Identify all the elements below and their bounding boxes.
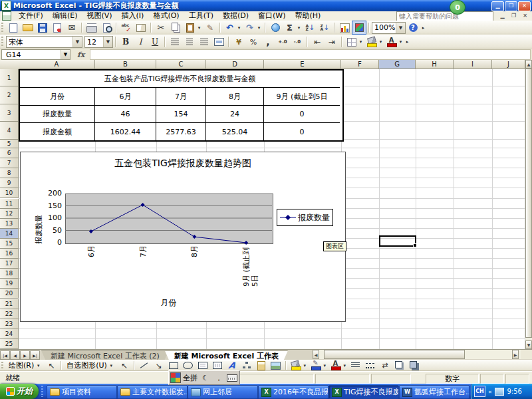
next-sheet-icon[interactable]: ▶	[20, 350, 30, 360]
decrease-decimal-button[interactable]	[290, 35, 305, 49]
last-sheet-icon[interactable]: ▶|	[30, 350, 40, 360]
toolbar-drag-handle[interactable]	[1, 362, 3, 370]
arrow-style-button[interactable]	[378, 358, 392, 372]
format-painter-button[interactable]	[203, 21, 217, 35]
row-header-12[interactable]: 12	[0, 209, 19, 219]
half-moon-icon[interactable]: ☾	[200, 372, 211, 384]
save-button[interactable]	[35, 21, 50, 35]
column-header-E[interactable]: E	[264, 60, 341, 69]
column-header-G[interactable]: G	[379, 60, 416, 69]
horizontal-scroll-thumb[interactable]	[324, 350, 465, 359]
currency-button[interactable]	[231, 35, 246, 49]
toolbar-options-icon[interactable]: ▸	[420, 25, 426, 31]
menu-item-4[interactable]: 格式(O)	[148, 11, 184, 21]
row-header-15[interactable]: 15	[0, 239, 19, 249]
ime-mode[interactable]: 全拼	[182, 372, 198, 384]
select-objects-button[interactable]	[44, 358, 59, 372]
menu-item-6[interactable]: 数据(D)	[218, 11, 253, 21]
font-color-button[interactable]: ▾	[384, 35, 404, 49]
row-header-9[interactable]: 9	[0, 178, 19, 188]
increase-decimal-button[interactable]	[275, 35, 290, 49]
copy-button[interactable]	[168, 21, 183, 35]
bold-button[interactable]	[118, 35, 133, 49]
embedded-chart[interactable]: 五金包装TIG焊接报废数量趋势图 报废数量0501001502006月7月8月9…	[20, 152, 346, 322]
scroll-up-icon[interactable]: ▲	[525, 60, 532, 68]
scroll-left-icon[interactable]: ◀	[313, 350, 319, 359]
redo-button[interactable]: ▾	[243, 21, 263, 35]
help-question-input[interactable]	[396, 11, 493, 21]
punctuation-icon[interactable]: ，	[213, 372, 225, 384]
new-document-button[interactable]	[6, 21, 21, 35]
row-header-10[interactable]: 10	[0, 188, 19, 198]
soft-keyboard-icon[interactable]	[226, 372, 238, 384]
line-color-button[interactable]: ▾	[309, 358, 329, 372]
merge-center-button[interactable]	[211, 35, 226, 49]
row-header-6[interactable]: 6	[0, 148, 19, 158]
name-box[interactable]: G14 ▼	[1, 49, 70, 60]
align-center-button[interactable]	[182, 35, 197, 49]
workbook-minimize-button[interactable]: ▁	[497, 12, 507, 20]
comma-button[interactable]	[261, 35, 275, 49]
zoom-combobox[interactable]: 100%▼	[372, 22, 406, 34]
close-button[interactable]: ✕	[518, 1, 531, 11]
draw-menu-button[interactable]: 绘图(R)▾	[6, 360, 44, 370]
first-sheet-icon[interactable]: |◀	[0, 350, 10, 360]
font-color-button[interactable]: ▾	[329, 358, 348, 372]
increase-indent-button[interactable]	[325, 35, 339, 49]
hide-icons-chevron-icon[interactable]: «	[488, 388, 492, 395]
column-header-F[interactable]: F	[341, 60, 379, 69]
autosum-button[interactable]: ▾	[283, 21, 303, 35]
fill-handle[interactable]	[413, 243, 417, 247]
sort-descending-button[interactable]	[317, 21, 332, 35]
row-header-7[interactable]: 7	[0, 158, 19, 168]
fill-color-button[interactable]: ▾	[289, 358, 309, 372]
line-style-button[interactable]	[348, 358, 363, 372]
sort-ascending-button[interactable]	[303, 21, 317, 35]
align-left-button[interactable]	[168, 35, 182, 49]
row-header-24[interactable]: 24	[0, 329, 19, 339]
workbook-icon[interactable]	[2, 11, 11, 21]
previous-sheet-icon[interactable]: ◀	[10, 350, 20, 360]
column-header-A[interactable]: A	[19, 60, 95, 69]
align-right-button[interactable]	[197, 35, 211, 49]
row-header-22[interactable]: 22	[0, 309, 19, 319]
column-header-D[interactable]: D	[206, 60, 264, 69]
row-header-23[interactable]: 23	[0, 319, 19, 329]
ime-logo-icon[interactable]	[170, 372, 181, 383]
column-header-J[interactable]: J	[492, 60, 525, 69]
name-box-dropdown-icon[interactable]: ▼	[61, 50, 70, 59]
menu-item-2[interactable]: 视图(V)	[82, 11, 116, 21]
italic-button[interactable]	[133, 35, 148, 49]
3d-style-button[interactable]	[407, 358, 422, 372]
row-header-3[interactable]: 3	[0, 104, 19, 122]
select-objects-button[interactable]	[117, 358, 132, 372]
dropdown-arrow-icon[interactable]: ▼	[103, 37, 112, 47]
borders-button[interactable]: ▾	[344, 35, 364, 49]
column-header-I[interactable]: I	[454, 60, 492, 69]
menu-item-3[interactable]: 插入(I)	[117, 11, 149, 21]
menu-item-5[interactable]: 工具(T)	[184, 11, 218, 21]
taskbar-task-0[interactable]: 项目资料	[47, 385, 117, 399]
row-header-20[interactable]: 20	[0, 289, 19, 299]
row-header-5[interactable]: 5	[0, 140, 19, 148]
chart-wizard-button[interactable]	[337, 21, 352, 35]
language-indicator[interactable]: CH	[474, 386, 485, 397]
dash-style-button[interactable]	[363, 358, 378, 372]
menu-item-0[interactable]: 文件(F)	[14, 11, 48, 21]
chart-legend[interactable]: 报废数量	[277, 209, 333, 226]
toolbar-drag-handle[interactable]	[1, 23, 3, 33]
undo-button[interactable]: ▾	[223, 21, 243, 35]
network-tray-icon[interactable]	[495, 388, 504, 396]
menu-item-1[interactable]: 编辑(E)	[48, 11, 82, 21]
percent-button[interactable]	[246, 35, 261, 49]
drawing-button[interactable]	[352, 21, 366, 35]
menu-item-8[interactable]: 帮助(H)	[291, 11, 326, 21]
email-button[interactable]	[65, 21, 79, 35]
column-header-H[interactable]: H	[416, 60, 454, 69]
taskbar-task-2[interactable]: 网上邻居	[188, 385, 258, 399]
maximize-button[interactable]: ❐	[505, 1, 517, 11]
row-header-14[interactable]: 14	[0, 229, 19, 239]
row-header-16[interactable]: 16	[0, 249, 19, 259]
paste-button[interactable]: ▾	[183, 21, 203, 35]
taskbar-task-4[interactable]: XTIG焊接不良报废...	[329, 385, 399, 399]
